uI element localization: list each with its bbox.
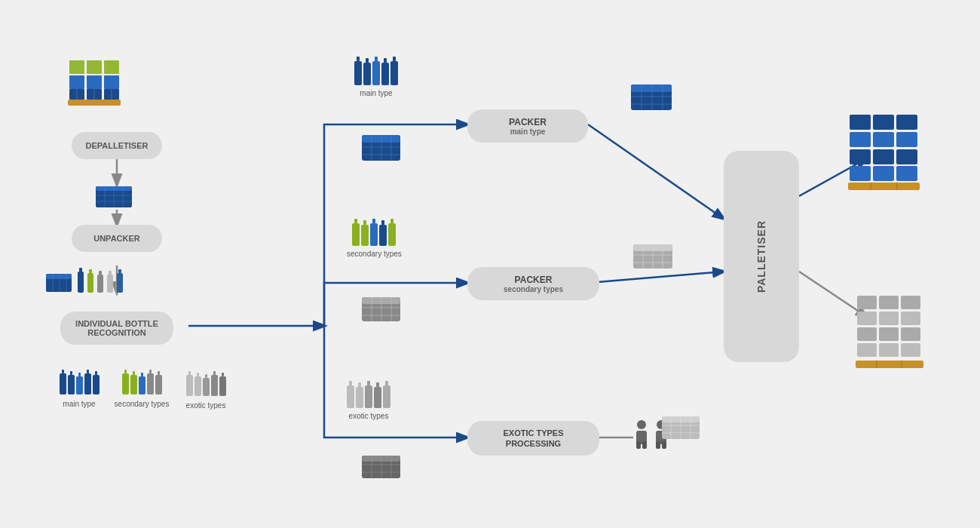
svg-rect-142 bbox=[642, 441, 647, 449]
svg-rect-12 bbox=[104, 60, 119, 74]
svg-rect-122 bbox=[349, 381, 352, 385]
svg-rect-104 bbox=[381, 220, 384, 225]
svg-rect-176 bbox=[879, 312, 899, 325]
exotic-dark-box-icon bbox=[360, 453, 402, 481]
svg-rect-69 bbox=[203, 378, 210, 396]
svg-rect-67 bbox=[194, 376, 201, 396]
svg-rect-45 bbox=[60, 373, 66, 394]
exotic-type-bottles-icon: exotic types bbox=[179, 371, 232, 410]
svg-rect-183 bbox=[901, 343, 920, 357]
svg-rect-79 bbox=[372, 61, 380, 85]
svg-rect-58 bbox=[141, 373, 143, 376]
svg-rect-172 bbox=[857, 296, 877, 309]
svg-rect-99 bbox=[352, 223, 360, 246]
palletiser-box: PALLETISER bbox=[724, 151, 799, 362]
svg-rect-76 bbox=[366, 58, 369, 63]
svg-rect-78 bbox=[375, 57, 378, 61]
secondary-type-bottles-center-icon: secondary types bbox=[347, 219, 402, 258]
svg-rect-127 bbox=[365, 385, 372, 408]
svg-rect-105 bbox=[379, 225, 387, 246]
svg-rect-9 bbox=[68, 100, 121, 106]
svg-rect-162 bbox=[896, 132, 917, 147]
svg-line-4 bbox=[588, 124, 724, 219]
svg-rect-50 bbox=[87, 370, 89, 373]
svg-rect-166 bbox=[850, 166, 871, 181]
svg-rect-40 bbox=[109, 271, 112, 275]
svg-rect-47 bbox=[68, 375, 75, 394]
svg-rect-163 bbox=[850, 149, 871, 164]
svg-rect-60 bbox=[149, 370, 152, 373]
svg-rect-46 bbox=[70, 371, 72, 375]
svg-rect-52 bbox=[95, 371, 97, 375]
svg-rect-165 bbox=[896, 149, 917, 164]
svg-rect-100 bbox=[363, 220, 366, 225]
svg-rect-158 bbox=[873, 115, 894, 130]
svg-rect-11 bbox=[87, 60, 102, 74]
svg-rect-180 bbox=[901, 327, 920, 341]
svg-rect-181 bbox=[857, 343, 877, 357]
svg-rect-65 bbox=[186, 375, 193, 396]
main-type-bottles-top-icon: main type bbox=[354, 57, 398, 97]
svg-rect-14 bbox=[87, 75, 102, 89]
svg-rect-164 bbox=[873, 149, 894, 164]
svg-rect-72 bbox=[222, 373, 224, 376]
svg-rect-39 bbox=[97, 275, 103, 293]
unpacker-box: UNPACKER bbox=[72, 225, 162, 252]
svg-rect-131 bbox=[383, 385, 390, 408]
svg-rect-161 bbox=[873, 132, 894, 147]
svg-rect-66 bbox=[197, 373, 199, 376]
svg-rect-107 bbox=[388, 223, 396, 246]
svg-rect-160 bbox=[850, 132, 871, 147]
svg-rect-81 bbox=[381, 63, 389, 85]
svg-rect-62 bbox=[158, 371, 160, 375]
svg-rect-173 bbox=[879, 296, 899, 309]
svg-rect-42 bbox=[118, 269, 121, 273]
svg-rect-70 bbox=[213, 371, 216, 375]
packer-secondary-box: PACKER secondary types bbox=[467, 267, 599, 300]
diagram-container: DEPALLETISER UNPACKER bbox=[0, 0, 980, 528]
svg-rect-123 bbox=[347, 385, 354, 408]
main-type-bottles-icon: main type bbox=[53, 370, 106, 408]
svg-rect-59 bbox=[139, 376, 145, 394]
packer-main-output-crate-icon bbox=[629, 81, 673, 113]
depalletiser-box: DEPALLETISER bbox=[72, 132, 162, 159]
svg-rect-53 bbox=[93, 375, 100, 394]
exotic-processing-box: EXOTIC TYPESPROCESSING bbox=[467, 421, 599, 456]
svg-rect-145 bbox=[656, 441, 660, 449]
svg-rect-74 bbox=[357, 57, 360, 61]
svg-rect-15 bbox=[104, 75, 119, 89]
svg-rect-73 bbox=[219, 376, 226, 396]
svg-rect-13 bbox=[69, 75, 84, 89]
svg-rect-125 bbox=[356, 387, 363, 408]
svg-rect-30 bbox=[46, 274, 72, 279]
packer-secondary-output-crate-icon bbox=[632, 241, 674, 272]
svg-rect-80 bbox=[384, 58, 387, 63]
svg-rect-44 bbox=[62, 370, 64, 373]
svg-rect-154 bbox=[848, 183, 920, 190]
exotic-output-crate-icon bbox=[660, 413, 701, 442]
svg-rect-130 bbox=[385, 381, 388, 385]
svg-rect-61 bbox=[147, 373, 154, 394]
input-pallet-icon bbox=[60, 45, 128, 113]
svg-rect-126 bbox=[367, 381, 370, 385]
svg-rect-179 bbox=[879, 327, 899, 341]
packer-main-box: PACKER main type bbox=[467, 109, 588, 143]
svg-rect-75 bbox=[354, 61, 362, 85]
svg-rect-141 bbox=[636, 441, 641, 449]
svg-rect-92 bbox=[631, 84, 672, 92]
blue-crate-icon bbox=[94, 183, 133, 210]
svg-rect-174 bbox=[901, 296, 920, 309]
svg-rect-37 bbox=[87, 273, 93, 293]
svg-rect-77 bbox=[363, 63, 371, 85]
svg-rect-98 bbox=[354, 219, 357, 223]
svg-rect-128 bbox=[376, 382, 379, 387]
svg-rect-124 bbox=[358, 382, 361, 387]
svg-rect-101 bbox=[361, 225, 369, 246]
svg-rect-182 bbox=[879, 343, 899, 357]
svg-rect-51 bbox=[84, 373, 91, 394]
svg-rect-175 bbox=[857, 312, 877, 325]
svg-rect-48 bbox=[78, 373, 81, 376]
svg-rect-68 bbox=[205, 374, 207, 378]
svg-rect-82 bbox=[393, 57, 396, 61]
svg-rect-38 bbox=[99, 271, 102, 275]
